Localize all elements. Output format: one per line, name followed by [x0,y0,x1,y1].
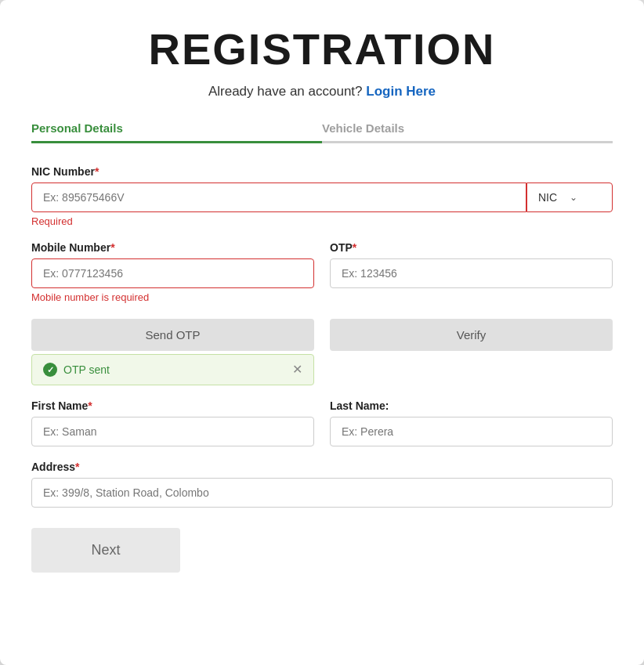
last-name-label: Last Name: [330,399,613,412]
tab-vehicle-details[interactable]: Vehicle Details [322,121,613,143]
tabs-container: Personal Details Vehicle Details [31,121,613,143]
verify-group: Verify [330,317,613,385]
otp-input[interactable] [330,258,613,288]
first-name-input[interactable] [31,417,314,446]
otp-group: OTP* [330,241,613,303]
chevron-down-icon: ⌄ [570,192,601,203]
next-button-wrapper: Next [31,522,613,573]
otp-banner-close-button[interactable]: ✕ [292,363,302,376]
first-name-group: First Name* [31,399,314,446]
last-name-input[interactable] [330,417,613,446]
name-row: First Name* Last Name: [31,399,613,446]
nic-type-select[interactable]: NIC ⌄ [526,183,613,212]
tab-personal-details[interactable]: Personal Details [31,121,322,143]
mobile-error: Mobile number is required [31,291,314,303]
nic-label: NIC Number* [31,165,613,178]
verify-button[interactable]: Verify [330,319,613,351]
send-otp-group: Send OTP OTP sent ✕ [31,317,314,385]
nic-group: NIC Number* NIC ⌄ Required [31,165,613,227]
otp-label: OTP* [330,241,613,254]
otp-sent-banner: OTP sent ✕ [31,354,314,385]
address-group: Address* [31,461,613,508]
personal-details-form: NIC Number* NIC ⌄ Required Mobile Number… [31,165,613,573]
registration-card: REGISTRATION Already have an account? Lo… [0,0,644,665]
mobile-group: Mobile Number* Mobile number is required [31,241,314,303]
otp-check-icon [43,363,57,377]
address-input[interactable] [31,478,613,508]
otp-buttons-row: Send OTP OTP sent ✕ Verify [31,317,613,385]
mobile-label: Mobile Number* [31,241,314,254]
otp-sent-text: OTP sent [63,363,110,376]
nic-error: Required [31,215,613,227]
next-button[interactable]: Next [31,528,180,573]
nic-input[interactable] [31,183,526,212]
last-name-group: Last Name: [330,399,613,446]
nic-input-group: NIC ⌄ [31,183,613,212]
page-title: REGISTRATION [31,23,613,74]
subtitle: Already have an account? Login Here [31,84,613,99]
mobile-input[interactable] [31,258,314,288]
login-link[interactable]: Login Here [366,84,436,99]
address-label: Address* [31,461,613,473]
send-otp-button[interactable]: Send OTP [31,319,314,351]
first-name-label: First Name* [31,399,314,412]
mobile-otp-row: Mobile Number* Mobile number is required… [31,241,613,303]
